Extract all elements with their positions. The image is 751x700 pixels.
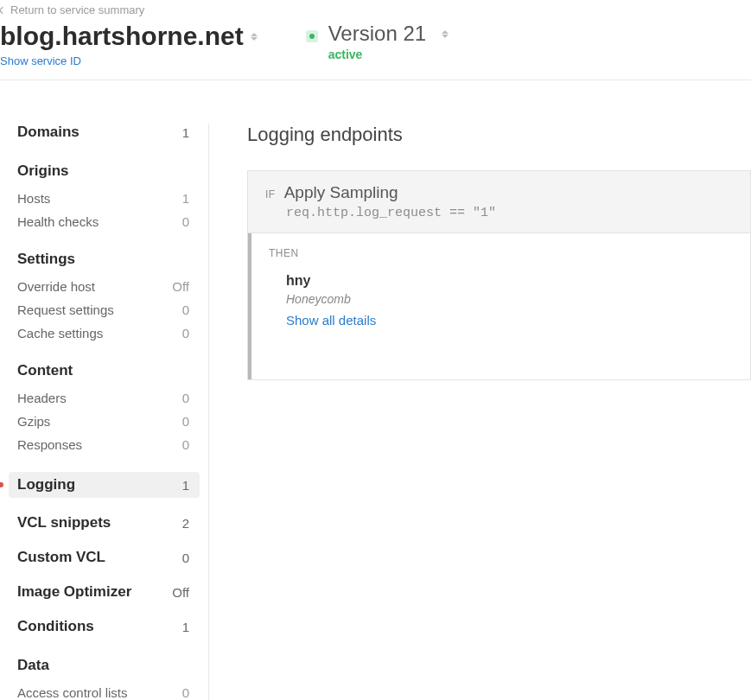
sidebar-section-content: Content — [9, 345, 208, 386]
return-link[interactable]: Return to service summary — [0, 0, 751, 22]
if-keyword: IF — [265, 188, 276, 200]
condition-expression: req.http.log_request == "1" — [286, 206, 733, 220]
endpoint-type: Honeycomb — [286, 292, 733, 306]
return-link-label: Return to service summary — [10, 3, 144, 16]
sidebar-item-override-host[interactable]: Override host Off — [9, 275, 200, 298]
sidebar-item-custom-vcl[interactable]: Custom VCL 0 — [9, 544, 200, 570]
sidebar-item-vcl-snippets[interactable]: VCL snippets 2 — [9, 510, 200, 536]
then-keyword: THEN — [269, 247, 733, 259]
page-title: Logging endpoints — [247, 124, 751, 146]
condition-if-block: IF Apply Sampling req.http.log_request =… — [248, 171, 750, 233]
status-dot-icon — [306, 30, 318, 42]
sidebar-item-conditions[interactable]: Conditions 1 — [9, 614, 200, 640]
version-label: Version 21 — [328, 22, 426, 46]
show-details-link[interactable]: Show all details — [286, 313, 733, 328]
chevron-left-icon — [0, 6, 6, 13]
sidebar: Domains 1 Origins Hosts 1 Health checks … — [9, 124, 209, 700]
main-panel: Logging endpoints IF Apply Sampling req.… — [209, 124, 751, 700]
sidebar-item-request-settings[interactable]: Request settings 0 — [9, 298, 200, 321]
condition-card: IF Apply Sampling req.http.log_request =… — [247, 170, 751, 380]
show-service-id-link[interactable]: Show service ID — [0, 54, 258, 67]
sidebar-item-hosts[interactable]: Hosts 1 — [9, 187, 200, 210]
service-title: blog.hartshorne.net — [0, 22, 244, 51]
sidebar-section-data: Data — [9, 640, 208, 681]
service-switcher-icon[interactable] — [251, 33, 258, 41]
sidebar-item-domains[interactable]: Domains 1 — [9, 124, 200, 145]
endpoint-name: hny — [286, 273, 733, 289]
sidebar-item-gzips[interactable]: Gzips 0 — [9, 410, 200, 433]
sidebar-item-acls[interactable]: Access control lists 0 — [9, 681, 200, 700]
header: blog.hartshorne.net Show service ID Vers… — [0, 22, 751, 80]
sidebar-item-health-checks[interactable]: Health checks 0 — [9, 210, 200, 233]
sidebar-section-origins: Origins — [9, 145, 208, 187]
sidebar-item-headers[interactable]: Headers 0 — [9, 386, 200, 410]
sidebar-item-responses[interactable]: Responses 0 — [9, 433, 200, 456]
version-switcher-icon[interactable] — [442, 30, 449, 38]
sidebar-item-image-optimizer[interactable]: Image Optimizer Off — [9, 579, 200, 605]
condition-then-block: THEN hny Honeycomb Show all details — [248, 233, 750, 379]
condition-name: Apply Sampling — [284, 183, 398, 202]
version-status: active — [328, 48, 449, 61]
sidebar-section-settings: Settings — [9, 233, 208, 275]
sidebar-item-cache-settings[interactable]: Cache settings 0 — [9, 321, 200, 345]
sidebar-item-logging[interactable]: Logging 1 — [9, 472, 200, 498]
